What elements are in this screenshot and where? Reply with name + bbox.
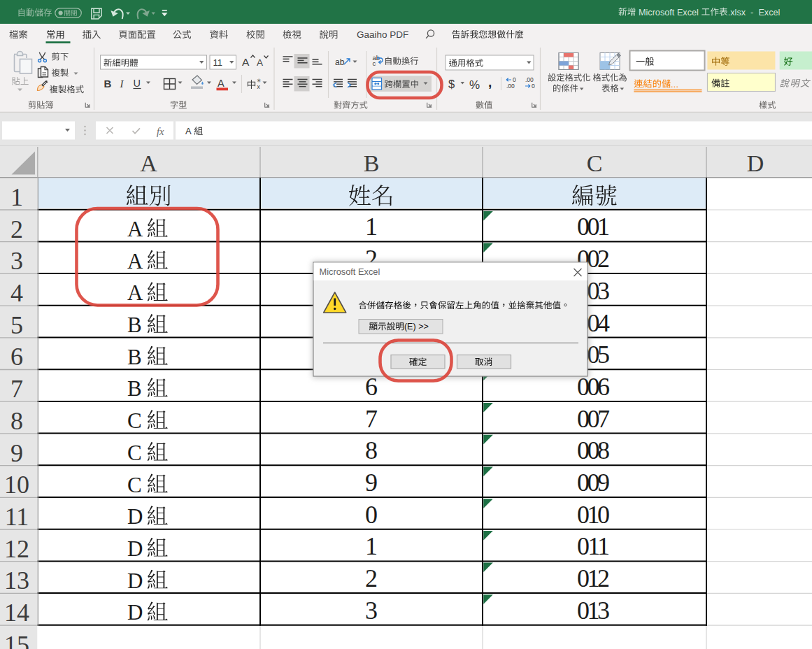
- svg-text:I: I: [120, 78, 124, 90]
- svg-text:10: 10: [4, 471, 29, 499]
- svg-text:1: 1: [365, 532, 378, 560]
- svg-text:A: A: [127, 217, 143, 241]
- svg-text:...: ...: [671, 79, 678, 90]
- svg-text:A: A: [242, 56, 250, 68]
- svg-text:7: 7: [365, 405, 378, 433]
- svg-text:%: %: [469, 78, 480, 92]
- svg-text:B: B: [104, 78, 112, 90]
- svg-text:9: 9: [365, 469, 378, 497]
- svg-text:6: 6: [10, 343, 23, 371]
- svg-text:3: 3: [365, 597, 378, 625]
- svg-text:C: C: [127, 441, 142, 465]
- svg-text:013: 013: [577, 597, 610, 625]
- svg-text:Gaaiho PDF: Gaaiho PDF: [357, 29, 408, 40]
- svg-text:D: D: [127, 504, 143, 529]
- svg-text:0: 0: [532, 83, 535, 90]
- svg-text:A: A: [185, 126, 194, 136]
- svg-text:9: 9: [10, 439, 23, 467]
- svg-text:7: 7: [10, 375, 23, 403]
- svg-text:5: 5: [10, 311, 23, 339]
- svg-text:13: 13: [4, 566, 29, 594]
- svg-text:C: C: [587, 150, 603, 176]
- svg-text:C: C: [127, 408, 142, 433]
- svg-text:A: A: [257, 57, 263, 68]
- svg-text:012: 012: [577, 564, 610, 592]
- svg-text:4: 4: [10, 279, 23, 307]
- svg-text:c: c: [373, 59, 376, 67]
- svg-text:fx: fx: [157, 126, 164, 137]
- svg-text:12: 12: [4, 535, 29, 563]
- svg-text:.xlsx - Excel: .xlsx - Excel: [728, 8, 781, 17]
- svg-text:D: D: [127, 600, 143, 625]
- svg-text:A: A: [127, 249, 143, 273]
- svg-text:A: A: [127, 280, 143, 305]
- svg-text:8: 8: [365, 436, 378, 464]
- svg-text:3: 3: [10, 247, 23, 275]
- svg-text:(E) >>: (E) >>: [404, 322, 429, 331]
- svg-text:Microsoft Excel: Microsoft Excel: [320, 266, 380, 277]
- svg-text:B: B: [127, 376, 142, 401]
- svg-text:$: $: [448, 78, 455, 90]
- svg-text:2: 2: [10, 215, 23, 243]
- svg-text:C: C: [127, 473, 142, 497]
- svg-text:B: B: [127, 313, 142, 337]
- svg-text:Microsoft Excel: Microsoft Excel: [636, 8, 701, 17]
- svg-text:U: U: [134, 78, 141, 89]
- svg-text:B: B: [127, 345, 142, 369]
- svg-text:0: 0: [365, 501, 378, 529]
- svg-text:008: 008: [577, 436, 610, 464]
- svg-text:A: A: [140, 150, 157, 176]
- svg-text:011: 011: [577, 532, 610, 560]
- svg-text:15: 15: [4, 631, 29, 649]
- svg-text:007: 007: [577, 405, 610, 433]
- svg-text:009: 009: [577, 469, 610, 497]
- svg-text:010: 010: [577, 501, 610, 529]
- svg-text:11: 11: [213, 57, 223, 68]
- svg-text:,: ,: [488, 75, 492, 90]
- svg-text:1: 1: [10, 183, 23, 211]
- svg-text:.00: .00: [506, 83, 515, 90]
- svg-text:ab: ab: [335, 57, 345, 67]
- svg-text:1: 1: [365, 213, 378, 241]
- svg-text:A: A: [218, 78, 225, 89]
- svg-text:11: 11: [5, 503, 29, 531]
- svg-text:B: B: [364, 150, 380, 176]
- svg-text:D: D: [747, 150, 764, 176]
- svg-text:D: D: [127, 536, 143, 561]
- svg-text:001: 001: [577, 213, 610, 241]
- svg-text:2: 2: [365, 564, 378, 592]
- svg-text:D: D: [127, 569, 143, 593]
- svg-text:8: 8: [10, 407, 23, 435]
- svg-text:14: 14: [4, 599, 29, 627]
